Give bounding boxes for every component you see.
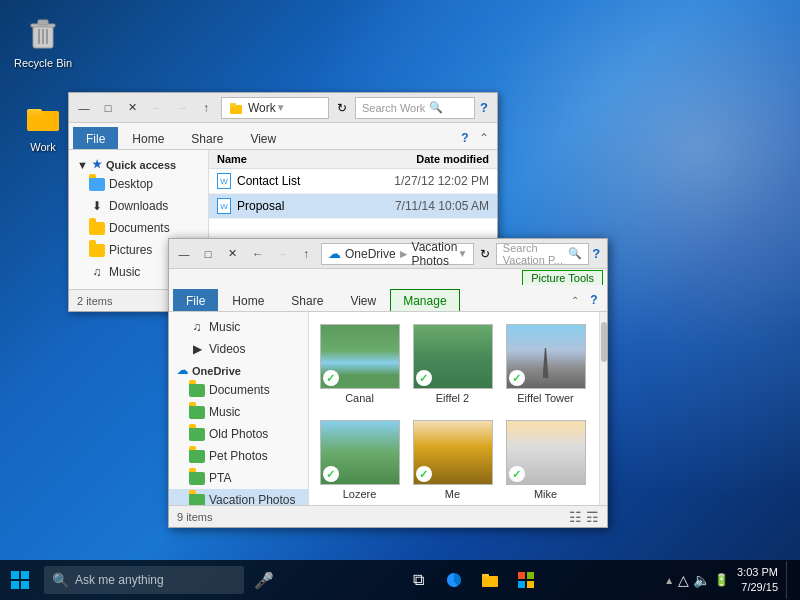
work-status-count: 2 items bbox=[77, 295, 112, 307]
work-ribbon-chevron[interactable]: ⌃ bbox=[475, 127, 493, 149]
vacation-photo-eiffel-tower[interactable]: ✓ Eiffel Tower bbox=[503, 320, 588, 408]
work-sidebar-quick-access[interactable]: ▼ ★ Quick access bbox=[69, 154, 208, 173]
vacation-sidebar-music2[interactable]: Music bbox=[169, 401, 308, 423]
work-path-arrow: ▼ bbox=[276, 102, 286, 113]
vacation-thumb-canal: ✓ bbox=[320, 324, 400, 389]
vacation-tab-share[interactable]: Share bbox=[278, 289, 336, 311]
work-file-contact-name: W Contact List bbox=[217, 173, 359, 189]
taskbar-battery-icon[interactable]: 🔋 bbox=[714, 573, 729, 587]
taskbar-network-icon[interactable]: △ bbox=[678, 572, 689, 588]
vacation-photo-me[interactable]: ✓ Me bbox=[410, 416, 495, 504]
vacation-search-box[interactable]: Search Vacation P... 🔍 bbox=[496, 243, 590, 265]
vacation-tab-view[interactable]: View bbox=[337, 289, 389, 311]
vacation-sidebar-music[interactable]: ♫ Music bbox=[169, 316, 308, 338]
work-refresh-button[interactable]: ↻ bbox=[333, 99, 351, 117]
taskbar-store-button[interactable] bbox=[510, 564, 542, 596]
vacation-ribbon-help[interactable]: ? bbox=[585, 289, 603, 311]
work-file-row-contact[interactable]: W Contact List 1/27/12 12:02 PM bbox=[209, 169, 497, 194]
taskbar-show-desktop-button[interactable] bbox=[786, 561, 792, 599]
vacation-tab-manage[interactable]: Manage bbox=[390, 289, 459, 311]
work-title-bar: — □ ✕ ← → ↑ Work ▼ ↻ Search Work 🔍 ? bbox=[69, 93, 497, 123]
taskbar-task-view-button[interactable]: ⧉ bbox=[402, 564, 434, 596]
vacation-photo-mike[interactable]: ✓ Mike bbox=[503, 416, 588, 504]
taskbar-search[interactable]: 🔍 Ask me anything bbox=[44, 566, 244, 594]
work-maximize-button[interactable]: □ bbox=[97, 97, 119, 119]
work-ribbon-tabs: File Home Share View ? ⌃ bbox=[69, 123, 497, 149]
vacation-sidebar-old-photos[interactable]: Old Photos bbox=[169, 423, 308, 445]
vacation-scrollbar[interactable] bbox=[599, 312, 607, 505]
vacation-photo-lozere[interactable]: ✓ Lozere bbox=[317, 416, 402, 504]
vacation-up-button[interactable]: ↑ bbox=[295, 243, 317, 265]
downloads-icon: ⬇ bbox=[89, 198, 105, 214]
lozere-check-icon: ✓ bbox=[323, 466, 339, 482]
documents-icon bbox=[89, 220, 105, 236]
sidebar-item-desktop-label: Desktop bbox=[109, 177, 153, 191]
vacation-photo-grid: ✓ Canal ✓ Eiffel 2 bbox=[309, 312, 599, 505]
work-close-button[interactable]: ✕ bbox=[121, 97, 143, 119]
vacation-close-button[interactable]: ✕ bbox=[221, 243, 243, 265]
mike-check-icon: ✓ bbox=[509, 466, 525, 482]
work-ribbon: File Home Share View ? ⌃ bbox=[69, 123, 497, 150]
vacation-photo-canal[interactable]: ✓ Canal bbox=[317, 320, 402, 408]
taskbar-volume-icon[interactable]: 🔈 bbox=[693, 572, 710, 588]
work-tab-share[interactable]: Share bbox=[178, 127, 236, 149]
vacation-photo-eiffel2[interactable]: ✓ Eiffel 2 bbox=[410, 320, 495, 408]
picture-tools-label: Picture Tools bbox=[522, 270, 603, 285]
sidebar-item-downloads[interactable]: ⬇ Downloads bbox=[69, 195, 208, 217]
taskbar-file-explorer-button[interactable] bbox=[474, 564, 506, 596]
vacation-forward-button[interactable]: → bbox=[271, 243, 293, 265]
vacation-sidebar-vacation-photos[interactable]: Vacation Photos bbox=[169, 489, 308, 505]
vacation-sidebar-videos-label: Videos bbox=[209, 342, 245, 356]
vacation-tab-home[interactable]: Home bbox=[219, 289, 277, 311]
vacation-sidebar-pet-photos[interactable]: Pet Photos bbox=[169, 445, 308, 467]
eiffel-tower-check-icon: ✓ bbox=[509, 370, 525, 386]
vacation-sidebar-videos[interactable]: ▶ Videos bbox=[169, 338, 308, 360]
vacation-minimize-button[interactable]: — bbox=[173, 243, 195, 265]
start-button[interactable] bbox=[0, 560, 40, 600]
vacation-help-button[interactable]: ? bbox=[589, 243, 603, 265]
work-up-button[interactable]: ↑ bbox=[195, 97, 217, 119]
work-file-row-proposal[interactable]: W Proposal 7/11/14 10:05 AM bbox=[209, 194, 497, 219]
music-icon: ♫ bbox=[89, 264, 105, 280]
taskbar-edge-button[interactable] bbox=[438, 564, 470, 596]
vacation-scrollbar-thumb[interactable] bbox=[601, 322, 607, 362]
taskbar-microphone-button[interactable]: 🎤 bbox=[248, 564, 280, 596]
vacation-tab-file[interactable]: File bbox=[173, 289, 218, 311]
work-search-icon: 🔍 bbox=[429, 101, 443, 114]
vacation-search-placeholder: Search Vacation P... bbox=[503, 242, 565, 266]
vacation-sidebar-documents-label: Documents bbox=[209, 383, 270, 397]
work-tab-file[interactable]: File bbox=[73, 127, 118, 149]
work-minimize-button[interactable]: — bbox=[73, 97, 95, 119]
vacation-sidebar-documents[interactable]: Documents bbox=[169, 379, 308, 401]
quick-access-star-icon: ★ bbox=[92, 158, 102, 171]
work-help-button[interactable]: ? bbox=[475, 97, 493, 119]
sidebar-item-documents[interactable]: Documents bbox=[69, 217, 208, 239]
sidebar-item-downloads-label: Downloads bbox=[109, 199, 168, 213]
taskbar-search-text: Ask me anything bbox=[75, 573, 164, 587]
vacation-onedrive-label: OneDrive bbox=[192, 365, 241, 377]
sidebar-item-desktop[interactable]: Desktop bbox=[69, 173, 208, 195]
vacation-ribbon-chevron[interactable]: ⌃ bbox=[566, 289, 584, 311]
work-address-bar[interactable]: Work ▼ bbox=[221, 97, 329, 119]
vacation-status-count: 9 items bbox=[177, 511, 212, 523]
vacation-back-button[interactable]: ← bbox=[247, 243, 269, 265]
work-ribbon-help[interactable]: ? bbox=[456, 127, 474, 149]
vacation-refresh-button[interactable]: ↻ bbox=[478, 245, 492, 263]
work-back-button[interactable]: ← bbox=[147, 97, 169, 119]
vacation-sidebar-pta[interactable]: PTA bbox=[169, 467, 308, 489]
pictures-icon bbox=[89, 242, 105, 258]
vacation-search-icon: 🔍 bbox=[568, 247, 582, 260]
vacation-maximize-button[interactable]: □ bbox=[197, 243, 219, 265]
work-tab-view[interactable]: View bbox=[237, 127, 289, 149]
work-forward-button[interactable]: → bbox=[171, 97, 193, 119]
vacation-sidebar-onedrive[interactable]: ☁ OneDrive bbox=[169, 360, 308, 379]
work-tab-home[interactable]: Home bbox=[119, 127, 177, 149]
taskbar-clock[interactable]: 3:03 PM 7/29/15 bbox=[737, 565, 778, 596]
taskbar-center: ⧉ bbox=[280, 564, 664, 596]
taskbar-up-arrow[interactable]: ▲ bbox=[664, 575, 674, 586]
vacation-view-toggle[interactable]: ☷ ☶ bbox=[569, 509, 599, 525]
work-search-box[interactable]: Search Work 🔍 bbox=[355, 97, 475, 119]
desktop-icon-recycle-bin[interactable]: Recycle Bin bbox=[8, 8, 78, 74]
desktop: Recycle Bin Work — □ ✕ ← → ↑ bbox=[0, 0, 800, 600]
vacation-address-bar[interactable]: ☁ OneDrive ► Vacation Photos ▼ bbox=[321, 243, 474, 265]
